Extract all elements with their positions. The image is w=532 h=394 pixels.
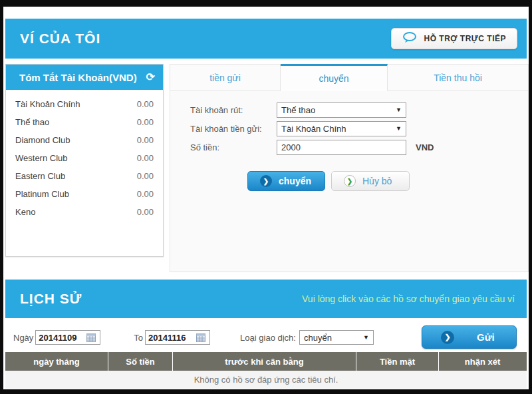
- transaction-type-label: Loại giao dịch:: [240, 333, 296, 343]
- account-row: Keno0.00: [15, 203, 154, 221]
- arrow-right-icon: ❯: [344, 175, 356, 187]
- account-name: Eastern Club: [15, 171, 65, 181]
- transaction-type-value: chuyển: [304, 333, 332, 343]
- tab-bar: tiền gửi chuyển Tiền thu hồi: [170, 64, 529, 91]
- arrow-right-icon: ❯: [441, 331, 454, 344]
- to-account-label: Tài khoản tiền gửi:: [190, 124, 277, 134]
- from-account-label: Tài khoản rút:: [190, 105, 277, 115]
- cancel-button[interactable]: ❯ Hủy bỏ: [331, 171, 410, 191]
- history-search-button[interactable]: ❯ Gửi: [422, 325, 517, 349]
- account-name: Diamond Club: [15, 135, 70, 145]
- account-name: Keno: [15, 207, 35, 217]
- amount-input[interactable]: [277, 140, 406, 155]
- account-row: Tài Khoản Chính0.00: [15, 95, 154, 113]
- account-summary-panel: Tóm Tắt Tài Khoản(VND) ⟳ Tài Khoản Chính…: [5, 64, 164, 257]
- history-note: Vui lòng click vào các hồ sơ chuyển giao…: [302, 294, 515, 304]
- column-header-amount: Số tiền: [108, 352, 173, 371]
- live-support-label: HỖ TRỢ TRỰC TIẾP: [424, 34, 506, 43]
- arrow-right-icon: ❯: [260, 175, 272, 187]
- tab-transfer[interactable]: chuyển: [281, 64, 388, 91]
- account-list: Tài Khoản Chính0.00 Thể thao0.00 Diamond…: [6, 90, 163, 221]
- account-row: Diamond Club0.00: [15, 131, 154, 149]
- transaction-type-select[interactable]: chuyển ▼: [299, 330, 374, 345]
- transfer-panel: Tài khoản rút: Thể thao ▼ Tài khoản tiền…: [170, 91, 529, 272]
- wallet-header: VÍ CỦA TÔI HỖ TRỢ TRỰC TIẾP: [5, 19, 527, 59]
- to-account-row: Tài khoản tiền gửi: Tài Khoản Chính ▼: [190, 119, 528, 138]
- form-actions: ❯ chuyển ❯ Hủy bỏ: [247, 171, 528, 191]
- account-row: Western Club0.00: [15, 149, 154, 167]
- account-summary-header: Tóm Tắt Tài Khoản(VND) ⟳: [6, 65, 163, 90]
- account-row: Thể thao0.00: [15, 113, 154, 131]
- tab-deposit[interactable]: tiền gửi: [170, 64, 281, 91]
- date-to-input[interactable]: [146, 333, 196, 343]
- account-name: Thể thao: [15, 117, 49, 127]
- date-from-input[interactable]: [36, 333, 86, 343]
- history-table-header: ngày tháng Số tiền trước khi cân bằng Ti…: [5, 352, 527, 371]
- account-balance: 0.00: [137, 171, 154, 181]
- date-to-field: [145, 330, 210, 345]
- history-search-label: Gửi: [477, 331, 495, 343]
- page-title: VÍ CỦA TÔI: [20, 31, 100, 47]
- account-name: Western Club: [15, 153, 68, 163]
- from-account-value: Thể thao: [281, 105, 315, 115]
- account-name: Platinum Club: [15, 189, 69, 199]
- column-header-date: ngày tháng: [5, 352, 108, 371]
- from-account-select[interactable]: Thể thao ▼: [277, 102, 406, 118]
- column-header-cash: Tiền mặt: [356, 352, 439, 371]
- account-name: Tài Khoản Chính: [15, 99, 80, 109]
- history-header: LỊCH SỬ Vui lòng click vào các hồ sơ chu…: [5, 280, 527, 318]
- chat-bubble-icon: [402, 32, 417, 46]
- to-account-value: Tài Khoản Chính: [281, 124, 346, 134]
- page-frame: VÍ CỦA TÔI HỖ TRỢ TRỰC TIẾP Tóm Tắt Tài …: [3, 7, 529, 389]
- date-from-label: Ngày: [13, 333, 33, 343]
- refresh-icon[interactable]: ⟳: [146, 72, 155, 83]
- account-balance: 0.00: [137, 117, 154, 127]
- account-row: Platinum Club0.00: [15, 185, 154, 203]
- column-header-balance-before: trước khi cân bằng: [173, 352, 356, 371]
- account-summary-title: Tóm Tắt Tài Khoản(VND): [19, 72, 137, 83]
- date-to-label: To: [134, 333, 143, 343]
- calendar-icon[interactable]: [196, 333, 205, 342]
- calendar-icon[interactable]: [86, 333, 96, 342]
- chevron-down-icon: ▼: [396, 125, 402, 132]
- account-balance: 0.00: [137, 153, 154, 163]
- account-balance: 0.00: [137, 207, 154, 217]
- column-header-remark: nhận xét: [439, 352, 526, 371]
- amount-label: Số tiền:: [190, 142, 277, 152]
- history-filters: Ngày To Loại giao dịch: chuyển ▼ ❯ Gửi: [5, 323, 527, 351]
- transfer-submit-label: chuyển: [279, 176, 311, 186]
- chevron-down-icon: ▼: [363, 334, 369, 341]
- currency-label: VND: [416, 142, 434, 152]
- history-table: ngày tháng Số tiền trước khi cân bằng Ti…: [5, 352, 527, 389]
- empty-results-message: Không có hồ sơ đáp ứng các tiêu chí.: [5, 371, 527, 389]
- cancel-label: Hủy bỏ: [362, 176, 392, 186]
- history-title: LỊCH SỬ: [20, 291, 82, 307]
- to-account-select[interactable]: Tài Khoản Chính ▼: [277, 121, 406, 136]
- account-balance: 0.00: [137, 99, 154, 109]
- transfer-submit-button[interactable]: ❯ chuyển: [247, 171, 325, 191]
- tab-withdraw[interactable]: Tiền thu hồi: [388, 64, 529, 91]
- amount-row: Số tiền: VND: [190, 138, 528, 156]
- live-support-button[interactable]: HỖ TRỢ TRỰC TIẾP: [391, 28, 517, 49]
- account-balance: 0.00: [137, 189, 154, 199]
- from-account-row: Tài khoản rút: Thể thao ▼: [190, 100, 528, 119]
- account-row: Eastern Club0.00: [15, 167, 154, 185]
- main-content: tiền gửi chuyển Tiền thu hồi Tài khoản r…: [170, 64, 529, 272]
- account-balance: 0.00: [137, 135, 154, 145]
- date-from-field: [35, 330, 100, 345]
- chevron-down-icon: ▼: [396, 106, 402, 113]
